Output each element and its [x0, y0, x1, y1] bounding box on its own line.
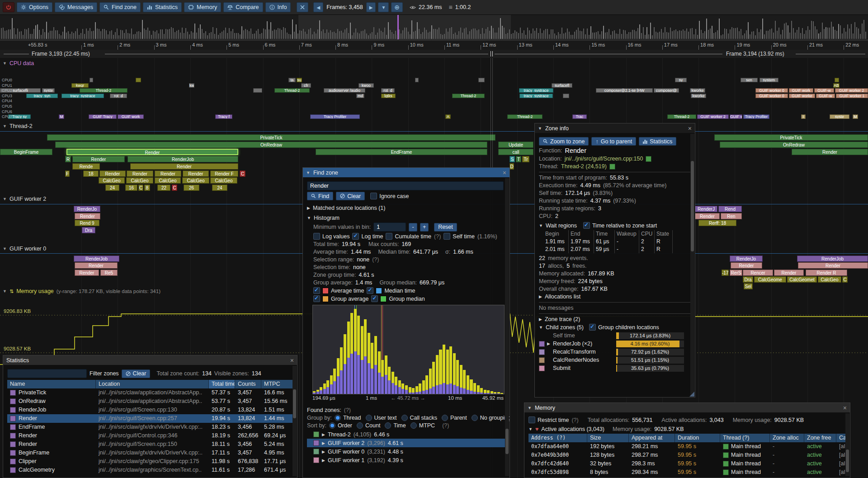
- child-zones-title[interactable]: Child zones (5): [546, 324, 584, 331]
- timeline-zone[interactable]: PrivateTick: [47, 134, 495, 141]
- timeline-zone[interactable]: CalcGeo: [182, 177, 209, 184]
- timeline-zone[interactable]: CalcGeomet: [787, 276, 817, 283]
- self-time-checkbox[interactable]: Self time: [443, 233, 475, 240]
- timeline-zone[interactable]: CalcGeo: [155, 177, 181, 184]
- checkbox-box[interactable]: [386, 233, 392, 240]
- group-by-option[interactable]: Call stacks: [401, 415, 437, 421]
- call-stack-links[interactable]: [alloc] [free]: [836, 459, 846, 468]
- checkbox-box[interactable]: [371, 295, 378, 302]
- child-zone-row[interactable]: Self time 172.14 μs (3.83%): [539, 332, 691, 339]
- timeline-zone[interactable]: Thread-2: [80, 88, 127, 93]
- timeline-zone[interactable]: AB: [833, 83, 840, 88]
- expand-icon[interactable]: ▶: [539, 294, 542, 299]
- timeline-zone[interactable]: tracy_syn: [26, 94, 58, 98]
- timeline-zone[interactable]: RenderJ: [695, 206, 717, 212]
- statistics-button[interactable]: Statistics: [143, 2, 182, 12]
- timeline-zone[interactable]: PrivateTick: [714, 134, 868, 141]
- column-header-thread[interactable]: Thread (?): [720, 434, 770, 442]
- timeline-zone[interactable]: [253, 88, 262, 93]
- close-icon[interactable]: ×: [290, 357, 294, 364]
- find-zone-search-input[interactable]: Render: [307, 181, 504, 190]
- timeline-zone[interactable]: Render: [75, 270, 99, 276]
- wait-regions-title[interactable]: Wait regions: [546, 222, 577, 229]
- stats-table-row[interactable]: Render jni/../jni/src/guif/Screen.cpp:25…: [7, 414, 293, 423]
- timeline-zone[interactable]: Render: [695, 213, 720, 219]
- timeline-zone[interactable]: md: [356, 94, 364, 98]
- sort-by-option[interactable]: Count: [357, 422, 380, 429]
- prev-frame-button[interactable]: ◀: [313, 2, 323, 12]
- column-header-mtpc[interactable]: MTPC: [261, 380, 293, 388]
- find-zone-histogram[interactable]: [312, 305, 505, 394]
- allocation-address[interactable]: 0x7dfaa64e00: [528, 442, 587, 451]
- stats-table-row[interactable]: EndFrame jni/../jni/src/claw/gfx/drv/vk/…: [7, 423, 293, 431]
- checkbox-box[interactable]: [589, 324, 596, 331]
- timeline-zone[interactable]: C: [842, 276, 848, 283]
- timeline-zone[interactable]: BeginFrame: [0, 149, 52, 155]
- timeline-zone[interactable]: su: [297, 78, 302, 82]
- collapse-icon[interactable]: ▼: [306, 170, 310, 175]
- guif-worker0-section-header[interactable]: ▼ GUIF worker 0: [3, 246, 46, 252]
- timeline-zone[interactable]: kworke: [690, 88, 705, 93]
- zone-group-row[interactable]: ▶ GUIF worker 1 (3,192) 4.39 s: [307, 456, 505, 464]
- collapse-icon[interactable]: ▼: [539, 223, 543, 228]
- timeline-zone[interactable]: audioserver /audio: [324, 88, 365, 93]
- timeline-zone[interactable]: M: [59, 114, 64, 119]
- column-header-total-time[interactable]: Total time: [209, 380, 235, 388]
- group-by-option[interactable]: User text: [366, 415, 397, 421]
- zone-trace-title[interactable]: Zone trace (2): [545, 316, 580, 322]
- timeline-zone[interactable]: RenderJo: [74, 206, 100, 212]
- sort-by-option[interactable]: Order: [329, 422, 352, 429]
- timeline-zone[interactable]: 18: [83, 170, 99, 177]
- sort-by-option[interactable]: Time: [385, 422, 406, 429]
- timeline-zone[interactable]: 26: [184, 185, 199, 191]
- wait-region-row[interactable]: 2.01 ms2.07 ms59 μs-2R: [543, 246, 691, 253]
- allocation-address[interactable]: 0x7dfc42d640: [528, 459, 587, 468]
- cumulate-time-checkbox[interactable]: Cumulate time: [386, 233, 431, 240]
- sort-by-option[interactable]: MTPC: [410, 422, 435, 429]
- allocation-row[interactable]: 0x7dfc42d640 32 bytes 298.3 ms 59.95 s M…: [528, 459, 846, 468]
- radio-icon[interactable]: [442, 415, 448, 421]
- timeline-zone[interactable]: M: [853, 114, 858, 119]
- selection-range-help[interactable]: (?): [372, 256, 379, 263]
- timeline-zone[interactable]: Sel: [744, 283, 753, 289]
- statistics-window-titlebar[interactable]: Statistics ×: [3, 355, 297, 365]
- timeline-zone[interactable]: Render: [75, 262, 118, 269]
- memory-table-header[interactable]: Address (?) Size Appeared at Duration Th…: [528, 434, 846, 442]
- timeline-zone[interactable]: RenderJob: [797, 256, 868, 262]
- timeline-zone[interactable]: [835, 78, 839, 82]
- timeline-zone[interactable]: ta: [288, 78, 296, 82]
- timeline-zone[interactable]: RenderJob: [127, 156, 238, 162]
- group-by-option[interactable]: Parent: [442, 415, 467, 421]
- collapse-icon[interactable]: ▼: [3, 289, 7, 293]
- timeline-zone[interactable]: kw: [189, 83, 194, 88]
- messages-button[interactable]: Messages: [55, 2, 97, 12]
- scrollbar[interactable]: [505, 178, 509, 476]
- column-header-address[interactable]: Address (?): [528, 434, 587, 442]
- timeline-zone[interactable]: GUIF worker 0: [755, 94, 788, 98]
- collapse-icon[interactable]: ▼: [539, 325, 543, 330]
- stats-table-row[interactable]: RenderJob jni/../jni/src/guif/Screen.cpp…: [7, 406, 293, 414]
- timeline-zone[interactable]: OnRedraw: [720, 142, 868, 148]
- timeline-zone[interactable]: D: [509, 163, 514, 170]
- radio-icon[interactable]: [357, 422, 363, 429]
- allocation-row[interactable]: 0x7dfaa64e00 192 bytes 298.21 ms 59.95 s…: [528, 442, 846, 451]
- timeline-zone[interactable]: Dra: [743, 276, 753, 283]
- find-zone-window-titlebar[interactable]: ▼ Find zone ×: [303, 168, 509, 177]
- goto-frame-button[interactable]: ⊕: [391, 2, 403, 12]
- call-stack-links[interactable]: [alloc] [free]: [836, 468, 846, 477]
- timeline-zone[interactable]: GUIF w: [730, 114, 742, 119]
- timeline-zone[interactable]: kworke: [691, 94, 706, 98]
- timeline-zone[interactable]: syste: [42, 88, 55, 93]
- matched-source-locations[interactable]: Matched source locations (1): [313, 205, 386, 211]
- radio-icon[interactable]: [366, 415, 372, 421]
- legend-checkbox[interactable]: Average time: [313, 287, 364, 294]
- timeline-zone[interactable]: Update: [498, 142, 533, 148]
- scrollbar-thumb[interactable]: [505, 429, 509, 454]
- timeline-zone[interactable]: CalcGeome: [754, 276, 786, 283]
- allocations-list-title[interactable]: Allocations list: [545, 293, 580, 300]
- timeline-zone[interactable]: Render: [127, 170, 153, 177]
- log-values-checkbox[interactable]: Log values: [313, 233, 349, 240]
- timeline-zone[interactable]: Thread-2: [274, 88, 310, 93]
- timeline-zone[interactable]: kwoo: [359, 83, 374, 88]
- timeline-zone[interactable]: GUIF worker 2: [697, 114, 729, 119]
